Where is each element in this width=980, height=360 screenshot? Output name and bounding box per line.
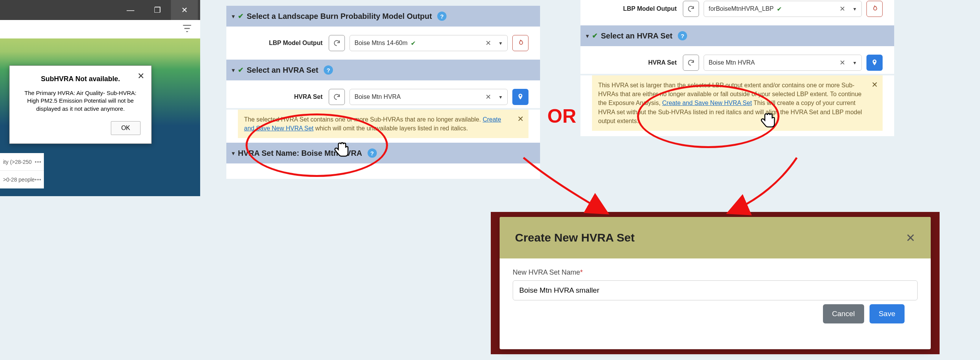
required-asterisk: *: [580, 268, 583, 276]
refresh-button[interactable]: [683, 55, 699, 71]
warning-box: ✕ This HVRA set is larger than the selec…: [592, 75, 883, 131]
hvra-label: HVRA Set: [238, 93, 323, 100]
lbp-label: LBP Model Output: [592, 5, 677, 12]
refresh-button[interactable]: [329, 35, 345, 51]
fire-button[interactable]: [512, 35, 528, 51]
annotation-arrow: [516, 154, 616, 219]
section-title: Select an HVRA Set: [247, 66, 318, 75]
lbp-row: LBP Model Output Boise Mtns 14-60m ✔ ✕ ▾: [226, 27, 540, 60]
close-icon[interactable]: ✕: [517, 113, 524, 125]
pin-button[interactable]: [866, 55, 883, 71]
legend-label: ity (>28-250: [3, 159, 32, 165]
check-icon: ✔: [411, 40, 416, 47]
chevron-down-icon[interactable]: ▾: [853, 6, 856, 12]
modal-header: Create New HVRA Set ✕: [500, 217, 931, 258]
more-icon[interactable]: •••: [35, 159, 42, 165]
check-icon: ✔: [238, 66, 244, 74]
help-icon[interactable]: ?: [678, 31, 687, 40]
legend-row: ity (>28-250 •••: [0, 153, 44, 171]
hvra-row: HVRA Set Boise Mtn HVRA ✕ ▾: [580, 46, 894, 74]
map-toolbar: [0, 20, 200, 38]
combo-value: Boise Mtn HVRA: [355, 93, 401, 100]
hvra-combo[interactable]: Boise Mtn HVRA ✕ ▾: [704, 55, 862, 71]
subhvra-popup: ✕ SubHVRA Not available. The Primary HVR…: [9, 65, 152, 144]
section-header-hvra-name[interactable]: ▾ HVRA Set Name: Boise Mtn HVRA ?: [226, 143, 540, 163]
filter-icon[interactable]: [182, 23, 192, 35]
clear-icon[interactable]: ✕: [485, 93, 491, 101]
section-body-empty: [226, 163, 540, 179]
hvra-combo[interactable]: Boise Mtn HVRA ✕ ▾: [350, 89, 508, 105]
hvra-row: HVRA Set Boise Mtn HVRA ✕ ▾: [226, 80, 540, 108]
help-icon[interactable]: ?: [324, 65, 333, 75]
fire-button[interactable]: [866, 1, 883, 17]
combo-value: forBoiseMtnHVRA_LBP: [709, 5, 774, 12]
refresh-button[interactable]: [329, 89, 345, 105]
close-icon[interactable]: ✕: [137, 71, 144, 81]
clear-icon[interactable]: ✕: [485, 39, 491, 47]
or-label: OR: [547, 105, 576, 127]
combo-value: Boise Mtns 14-60m: [355, 40, 408, 47]
chevron-down-icon: ▾: [586, 32, 589, 40]
section-title: Select an HVRA Set: [601, 32, 672, 40]
label-text: New HVRA Set Name: [513, 268, 580, 276]
lbp-label: LBP Model Output: [238, 40, 323, 47]
chevron-down-icon[interactable]: ▾: [499, 40, 502, 46]
modal-field-label: New HVRA Set Name*: [513, 268, 583, 276]
chevron-down-icon[interactable]: ▾: [499, 94, 502, 100]
refresh-button[interactable]: [683, 1, 699, 17]
hvra-label: HVRA Set: [592, 59, 677, 66]
help-icon[interactable]: ?: [368, 148, 377, 158]
ok-button[interactable]: OK: [111, 121, 140, 135]
check-icon: ✔: [777, 5, 782, 13]
annotation-arrow: [720, 154, 804, 219]
create-hvra-modal: Create New HVRA Set ✕ New HVRA Set Name*…: [491, 212, 940, 354]
popup-body: The Primary HVRA: Air Quality- Sub-HVRA:…: [20, 89, 140, 113]
cancel-button[interactable]: Cancel: [823, 304, 864, 323]
more-icon[interactable]: •••: [35, 177, 42, 183]
close-icon[interactable]: ✕: [906, 231, 915, 245]
legend-row: >0-28 people •••: [0, 171, 44, 188]
legend-label: >0-28 people: [3, 177, 35, 183]
lbp-row: LBP Model Output forBoiseMtnHVRA_LBP ✔ ✕…: [580, 0, 894, 25]
combo-value: Boise Mtn HVRA: [709, 59, 755, 66]
create-hvra-link[interactable]: Create and Save New HVRA Set: [662, 100, 752, 106]
clear-icon[interactable]: ✕: [840, 58, 845, 67]
check-icon: ✔: [238, 12, 244, 20]
restore-button[interactable]: ❐: [144, 0, 171, 20]
close-icon[interactable]: ✕: [871, 79, 878, 90]
lbp-combo[interactable]: Boise Mtns 14-60m ✔ ✕ ▾: [350, 35, 508, 51]
panel-a: ▾ ✔ Select a Landscape Burn Probability …: [226, 6, 540, 179]
section-title: Select a Landscape Burn Probability Mode…: [247, 12, 432, 21]
chevron-down-icon[interactable]: ▾: [853, 60, 856, 66]
section-header-hvra[interactable]: ▾ ✔ Select an HVRA Set ?: [580, 25, 894, 46]
pin-button[interactable]: [512, 89, 528, 105]
warning-box: ✕ The selected HVRA Set contains one or …: [238, 110, 528, 138]
save-button[interactable]: Save: [870, 304, 905, 323]
warning-text-a: The selected HVRA Set contains one or mo…: [244, 116, 483, 123]
help-icon[interactable]: ?: [437, 12, 447, 21]
section-header-hvra[interactable]: ▾ ✔ Select an HVRA Set ?: [226, 60, 540, 80]
panel-b: LBP Model Output forBoiseMtnHVRA_LBP ✔ ✕…: [580, 0, 894, 136]
section-title: HVRA Set Name: Boise Mtn HVRA: [238, 149, 362, 158]
check-icon: ✔: [592, 32, 598, 40]
clear-icon[interactable]: ✕: [840, 5, 845, 13]
chevron-down-icon: ▾: [232, 13, 235, 20]
lbp-combo[interactable]: forBoiseMtnHVRA_LBP ✔ ✕ ▾: [704, 1, 862, 17]
window-titlebar: — ❐ ✕: [0, 0, 200, 20]
map-legend: ity (>28-250 ••• >0-28 people •••: [0, 153, 44, 188]
chevron-down-icon: ▾: [232, 150, 235, 157]
hvra-name-input[interactable]: [513, 280, 918, 300]
chevron-down-icon: ▾: [232, 67, 235, 74]
warning-text-b: which will omit the unavailable layers l…: [315, 125, 468, 132]
minimize-button[interactable]: —: [117, 0, 144, 20]
popup-title: SubHVRA Not available.: [20, 75, 140, 83]
section-header-lbp[interactable]: ▾ ✔ Select a Landscape Burn Probability …: [226, 6, 540, 27]
close-window-button[interactable]: ✕: [171, 0, 198, 20]
modal-title: Create New HVRA Set: [515, 231, 635, 244]
